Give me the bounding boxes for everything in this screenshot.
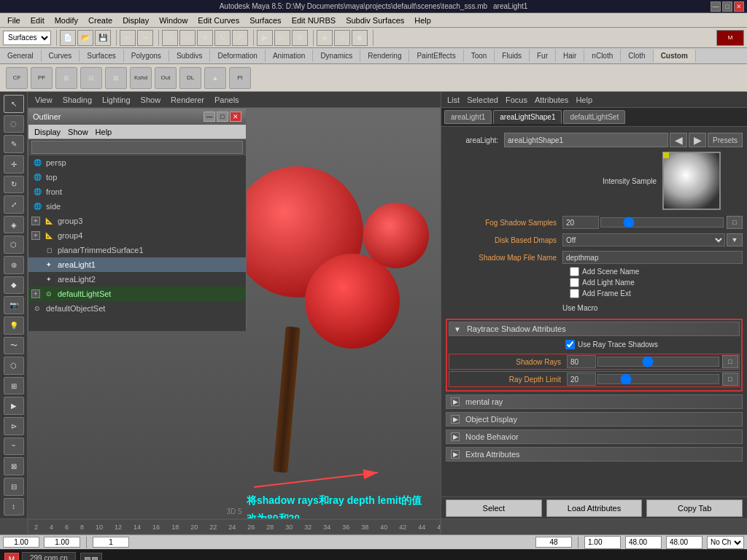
add-scene-name-cb[interactable] — [570, 267, 579, 276]
ol-item-arealight2[interactable]: ✦ areaLight2 — [28, 272, 246, 287]
rp-menu-attributes[interactable]: Attributes — [535, 96, 568, 104]
viewport[interactable]: Outliner — □ ✕ Display Show Help — [28, 108, 441, 518]
menu-surfaces[interactable]: Surfaces — [245, 15, 285, 26]
tb-new-btn[interactable]: 📄 — [60, 30, 76, 46]
lt-render-btn[interactable]: ▶ — [4, 397, 24, 415]
disk-based-expand-btn[interactable]: ▼ — [727, 233, 743, 246]
rp-tab-arealight1[interactable]: areaLight1 — [444, 110, 492, 124]
ol-item-defaultlightset[interactable]: + ⊙ defaultLightSet — [28, 287, 246, 301]
fog-shadow-slider[interactable] — [600, 217, 724, 228]
lt-anim-btn[interactable]: ⊳ — [4, 417, 24, 435]
ol-expand-group3[interactable]: + — [31, 217, 40, 225]
tab-toon[interactable]: Toon — [464, 50, 495, 62]
focus-right-btn[interactable]: ▶ — [689, 133, 706, 147]
menu-edit[interactable]: Edit — [26, 15, 49, 26]
lt-curve-btn[interactable]: 〜 — [4, 337, 24, 355]
vp-menu-show[interactable]: Show — [141, 96, 161, 104]
shadow-rays-expand[interactable]: □ — [722, 355, 738, 368]
ol-menu-help[interactable]: Help — [93, 126, 115, 138]
ol-item-group3[interactable]: + 📐 group3 — [28, 214, 246, 228]
add-frame-ext-cb[interactable] — [570, 289, 579, 298]
shelf-icon5[interactable]: ⊠ — [105, 67, 127, 89]
close-btn[interactable]: ✕ — [734, 1, 744, 12]
lt-show-manip-btn[interactable]: ◈ — [4, 216, 24, 234]
tb-save-btn[interactable]: 💾 — [95, 30, 111, 46]
menu-display[interactable]: Display — [118, 15, 153, 26]
lt-arrow-btn[interactable]: ↕ — [4, 498, 24, 516]
menu-edit-curves[interactable]: Edit Curves — [193, 15, 244, 26]
tab-ncloth[interactable]: nCloth — [584, 50, 621, 62]
tb-ipr-btn[interactable]: ▷ — [274, 30, 290, 46]
lt-paint-btn[interactable]: ✎ — [4, 135, 24, 153]
lt-soft-btn[interactable]: ⬡ — [4, 236, 24, 254]
shelf-icon3[interactable]: ⊞ — [55, 67, 77, 89]
outliner-close[interactable]: ✕ — [230, 112, 241, 122]
rp-tab-arealightshape1[interactable]: areaLightShape1 — [493, 110, 562, 124]
tab-fluids[interactable]: Fluids — [495, 50, 530, 62]
tb-scale-btn[interactable]: ⤢ — [232, 30, 248, 46]
vp-menu-view[interactable]: View — [35, 96, 53, 104]
lt-move-btn[interactable]: ✛ — [4, 155, 24, 174]
shadow-map-input[interactable] — [562, 251, 743, 264]
status-time3-input[interactable] — [666, 536, 703, 549]
menu-modify[interactable]: Modify — [50, 15, 82, 26]
extra-attrs-header[interactable]: ▶ Extra Attributes — [446, 447, 743, 462]
lt-dynamics-btn[interactable]: ~ — [4, 438, 24, 456]
extra-attrs-expand-icon[interactable]: ▶ — [451, 450, 460, 459]
add-light-name-cb[interactable] — [570, 278, 579, 287]
status-time1-input[interactable] — [584, 536, 621, 549]
use-raytrace-cb[interactable] — [565, 340, 575, 349]
tab-dynamics[interactable]: Dynamics — [313, 50, 360, 62]
ray-depth-input[interactable] — [567, 373, 596, 386]
ol-item-arealight1[interactable]: ✦ areaLight1 — [28, 257, 246, 272]
ray-depth-slider[interactable] — [597, 374, 719, 384]
lt-camera-btn[interactable]: 📷 — [4, 296, 24, 314]
tab-surfaces[interactable]: Surfaces — [80, 50, 123, 62]
ol-item-defaultobjectset[interactable]: ⊙ defaultObjectSet — [28, 301, 246, 316]
outliner-maximize[interactable]: □ — [217, 112, 228, 122]
timeline-numbers[interactable]: 2 4 6 8 10 12 14 16 18 20 22 24 26 28 30… — [28, 519, 441, 534]
taskbar-min-btn[interactable] — [85, 557, 90, 561]
tab-subdivs[interactable]: Subdivs — [169, 50, 211, 62]
rp-menu-selected[interactable]: Selected — [467, 96, 498, 104]
vp-menu-lighting[interactable]: Lighting — [102, 96, 131, 104]
ol-item-front[interactable]: 🌐 front — [28, 184, 246, 199]
shelf-icon9[interactable]: ▲ — [204, 67, 226, 89]
tb-snap1-btn[interactable]: ◈ — [317, 30, 333, 46]
vp-menu-shading[interactable]: Shading — [63, 96, 92, 104]
tab-general[interactable]: General — [0, 50, 42, 62]
rp-menu-list[interactable]: List — [447, 96, 460, 104]
tb-move-btn[interactable]: ✛ — [197, 30, 213, 46]
tb-undo-btn[interactable]: ↩ — [120, 30, 136, 46]
tb-render-btn[interactable]: ▶ — [257, 30, 273, 46]
copy-tab-btn[interactable]: Copy Tab — [646, 499, 743, 517]
lt-scale-btn[interactable]: ⤢ — [4, 195, 24, 214]
vp-menu-renderer[interactable]: Renderer — [171, 96, 204, 104]
taskbar-maya-btn[interactable]: 299.com.cn — [22, 552, 76, 561]
mental-ray-expand-icon[interactable]: ▶ — [451, 397, 460, 406]
tb-snap3-btn[interactable]: ◆ — [352, 30, 368, 46]
tb-rotate-btn[interactable]: ↻ — [214, 30, 231, 46]
status-time2-input[interactable] — [625, 536, 662, 549]
load-attrs-btn[interactable]: Load Attributes — [546, 499, 643, 517]
lt-snap-btn[interactable]: ◆ — [4, 276, 24, 295]
shadow-rays-slider[interactable] — [597, 357, 719, 367]
rp-menu-help[interactable]: Help — [576, 96, 592, 104]
name-input[interactable] — [504, 133, 668, 147]
taskbar-close-btn[interactable] — [92, 557, 98, 561]
tab-custom[interactable]: Custom — [654, 50, 696, 62]
tb-select-btn[interactable]: ⬡ — [162, 30, 178, 46]
lt-history-btn[interactable]: ⊛ — [4, 256, 24, 274]
outliner-search-input[interactable] — [31, 141, 243, 154]
status-noch-select[interactable]: No Ch — [707, 536, 744, 549]
context-select[interactable]: Surfaces — [3, 31, 51, 45]
fog-shadow-expand-btn[interactable]: □ — [727, 216, 743, 229]
ol-menu-display[interactable]: Display — [31, 126, 63, 138]
tb-redo-btn[interactable]: ↪ — [137, 30, 153, 46]
ol-expand-lightset[interactable]: + — [31, 289, 40, 298]
lt-rotate-btn[interactable]: ↻ — [4, 176, 24, 194]
tab-deformation[interactable]: Deformation — [210, 50, 265, 62]
ol-item-group4[interactable]: + 📐 group4 — [28, 228, 246, 243]
tb-lasso-btn[interactable]: ◌ — [179, 30, 196, 46]
ol-item-persp[interactable]: 🌐 persp — [28, 155, 246, 170]
